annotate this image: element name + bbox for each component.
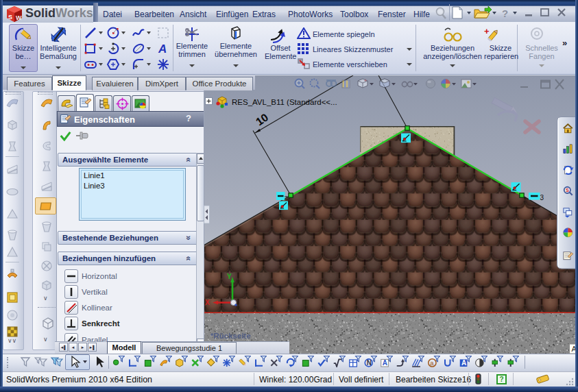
svg-text:A: A [461,359,466,367]
svg-text:3: 3 [285,194,288,201]
svg-text:S: S [566,187,569,193]
svg-text:Y: Y [227,273,232,280]
svg-text:N: N [367,359,372,367]
svg-text:W: W [16,14,22,21]
svg-text:X: X [205,299,210,306]
svg-text:?: ? [502,8,508,19]
svg-text:RES_AVL_B11 (Standard<<...: RES_AVL_B11 (Standard<<... [232,98,337,106]
svg-text:3: 3 [540,194,544,201]
svg-text:a: a [430,360,434,367]
svg-text:+: + [364,78,367,83]
svg-text:+: + [484,26,490,36]
svg-text:*Rückseite: *Rückseite [210,332,251,340]
svg-text:A: A [383,359,387,367]
svg-text:A: A [158,42,167,56]
svg-text:S: S [8,14,12,21]
